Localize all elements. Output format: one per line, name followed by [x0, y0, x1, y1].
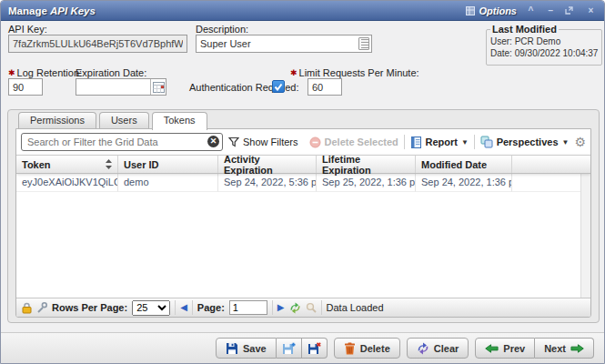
delete-label: Delete — [360, 343, 390, 354]
grid-scrollbar[interactable] — [580, 155, 590, 298]
calendar-icon[interactable] — [150, 79, 166, 95]
expiration-date-label: Expiration Date: — [76, 67, 146, 78]
wrench-icon[interactable] — [36, 302, 47, 313]
sort-icon[interactable] — [106, 159, 112, 169]
cell-user-id: demo — [118, 174, 218, 192]
filter-funnel-icon — [228, 136, 239, 147]
minus-circle-icon — [309, 136, 321, 148]
cell-token: eyJ0eXAiOiJKV1QiLCJ... — [16, 174, 118, 192]
required-asterisk-icon: ✱ — [290, 68, 297, 77]
popout-icon[interactable] — [565, 6, 577, 15]
next-page-icon[interactable]: ▶ — [277, 301, 285, 314]
prev-page-icon[interactable]: ◀ — [180, 301, 187, 314]
rows-per-page-select[interactable]: 25 — [132, 300, 170, 316]
tab-tokens[interactable]: Tokens — [152, 112, 207, 130]
description-field[interactable] — [196, 35, 372, 53]
refresh-icon[interactable] — [289, 302, 301, 314]
perspectives-icon — [480, 136, 493, 148]
description-label: Description: — [196, 24, 248, 35]
page-number-input[interactable] — [229, 300, 267, 315]
clear-search-icon[interactable]: ✕ — [207, 136, 219, 147]
cell-modified-date: Sep 24, 2022, 1:36 pm — [416, 174, 512, 192]
save-new-floppy-icon — [282, 342, 296, 355]
rows-per-page-label: Rows Per Page: — [52, 302, 127, 313]
manage-api-keys-window: Manage API Keys Options ^ − × API Key: D… — [0, 0, 605, 364]
expiration-date-wrap — [76, 78, 166, 96]
grid-toolbar: ✕ Show Filters Delete Selected — [16, 129, 590, 155]
report-label: Report — [426, 136, 458, 147]
limit-rpm-label: ✱Limit Requests Per Minute: — [290, 67, 419, 78]
last-modified-date: Date: 09/30/2022 10:04:37 — [490, 47, 598, 59]
arrow-left-icon — [485, 343, 499, 354]
close-icon[interactable]: × — [585, 5, 597, 16]
delete-selected-button: Delete Selected — [309, 136, 398, 148]
report-icon — [410, 136, 422, 148]
tab-strip: Permissions Users Tokens — [18, 112, 207, 130]
api-key-form: API Key: Description: Last Modified User… — [1, 22, 604, 109]
page-label: Page: — [197, 302, 225, 313]
grid-header: Token User ID Activity Expiration Lifeti… — [16, 155, 590, 174]
auth-required-checkbox[interactable] — [272, 80, 285, 93]
grid-status-text: Data Loaded — [327, 302, 384, 313]
text-editor-icon[interactable] — [358, 37, 369, 50]
arrow-right-icon — [570, 343, 584, 354]
collapse-icon[interactable]: ^ — [525, 5, 537, 16]
save-and-new-button[interactable] — [277, 338, 302, 359]
options-label: Options — [479, 5, 517, 16]
tokens-tab-content: ✕ Show Filters Delete Selected — [15, 128, 591, 318]
column-header-activity-expiration[interactable]: Activity Expiration — [218, 156, 317, 173]
cell-lifetime-expiration: Sep 25, 2022, 1:36 pm — [317, 174, 416, 192]
perspectives-button[interactable]: Perspectives ▼ — [480, 136, 570, 148]
next-label: Next — [544, 343, 566, 354]
cell-activity-expiration: Sep 24, 2022, 5:36 pm — [218, 174, 317, 192]
save-button[interactable]: Save — [216, 338, 277, 359]
column-header-modified-date[interactable]: Modified Date — [416, 156, 512, 173]
show-filters-label: Show Filters — [243, 136, 298, 147]
table-row[interactable]: eyJ0eXAiOiJKV1QiLCJ... demo Sep 24, 2022… — [16, 174, 590, 192]
lock-icon[interactable] — [22, 302, 32, 314]
limit-rpm-field[interactable] — [308, 78, 342, 96]
api-key-field[interactable] — [8, 35, 187, 53]
prev-button[interactable]: Prev — [475, 338, 535, 359]
api-key-label: API Key: — [8, 24, 47, 35]
title-bar: Manage API Keys Options ^ − × — [1, 1, 604, 21]
gear-icon[interactable]: ⚙ — [574, 136, 586, 148]
perspectives-label: Perspectives — [497, 136, 559, 147]
delete-button[interactable]: Delete — [334, 338, 400, 359]
column-header-lifetime-expiration[interactable]: Lifetime Expiration — [317, 156, 416, 173]
tab-users[interactable]: Users — [99, 112, 149, 128]
prev-next-group: Prev Next — [475, 338, 594, 359]
column-header-empty — [512, 156, 590, 173]
options-button[interactable]: Options — [466, 5, 517, 16]
show-filters-button[interactable]: Show Filters — [228, 136, 298, 147]
required-asterisk-icon: ✱ — [8, 68, 15, 77]
column-header-user-id[interactable]: User ID — [118, 156, 218, 173]
pagination-bar: Rows Per Page: 25 ◀ Page: ▶ Data Load — [16, 298, 590, 317]
prev-label: Prev — [503, 343, 525, 354]
search-field-wrap: ✕ — [21, 133, 223, 151]
log-retention-field[interactable] — [8, 78, 43, 96]
search-input[interactable] — [21, 133, 223, 151]
save-and-close-button[interactable] — [302, 338, 328, 359]
save-button-group: Save — [216, 338, 328, 359]
save-floppy-icon — [226, 342, 238, 355]
log-retention-label: ✱Log Retention: — [8, 67, 82, 78]
delete-selected-label: Delete Selected — [325, 136, 398, 147]
footer-button-bar: Save Delete Clear — [1, 332, 604, 363]
column-header-token[interactable]: Token — [16, 156, 118, 173]
clear-refresh-icon — [417, 342, 429, 355]
last-modified-panel: Last Modified User: PCR Demo Date: 09/30… — [486, 24, 602, 66]
next-button[interactable]: Next — [535, 338, 594, 359]
save-close-floppy-icon — [308, 342, 321, 355]
tab-permissions[interactable]: Permissions — [18, 112, 96, 128]
clear-button[interactable]: Clear — [407, 338, 469, 359]
description-field-wrap — [196, 35, 372, 53]
chevron-down-icon: ▼ — [461, 138, 469, 147]
window-title-prefix: Manage — [8, 5, 50, 16]
window-title-emphasis: API Keys — [50, 5, 96, 16]
minimize-icon[interactable]: − — [545, 5, 557, 16]
report-button[interactable]: Report ▼ — [410, 136, 469, 148]
tab-panel: Permissions Users Tokens ✕ Show Filters — [7, 109, 600, 323]
chevron-down-icon: ▼ — [562, 138, 570, 147]
trash-icon — [344, 342, 356, 355]
